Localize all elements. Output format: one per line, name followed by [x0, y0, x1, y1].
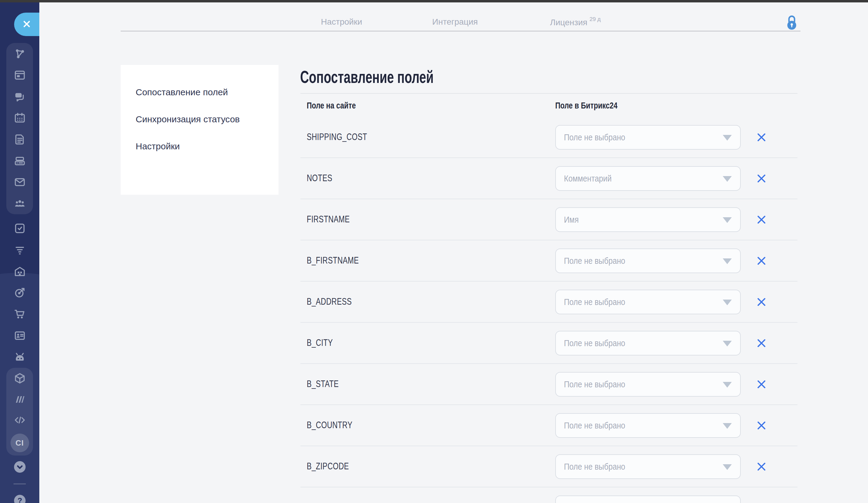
table-row: B_STATE Поле не выбрано: [300, 364, 797, 405]
help-icon[interactable]: ?: [13, 494, 27, 503]
cart-icon[interactable]: [13, 307, 27, 321]
calendar-icon[interactable]: [13, 111, 27, 125]
dropdown-caret-icon: [723, 135, 732, 141]
dropdown-caret-icon: [723, 176, 732, 182]
sidebar-icon-group-bottom: CI: [6, 368, 33, 455]
filter-icon[interactable]: [13, 242, 27, 257]
svg-text:?: ?: [18, 496, 22, 503]
contact-card-icon[interactable]: [13, 329, 27, 343]
b24-field-select[interactable]: Поле не выбрано: [555, 290, 741, 314]
table-row: NOTES Комментарий: [300, 158, 797, 199]
b24-field-select[interactable]: Поле не выбрано: [555, 125, 741, 150]
kanban-icon[interactable]: [13, 68, 27, 82]
cube-icon[interactable]: [13, 371, 27, 385]
side-menu-card: Сопоставление полейСинхронизация статусо…: [121, 65, 279, 195]
b24-field-value: Комментарий: [564, 167, 612, 190]
remove-mapping-button[interactable]: [755, 296, 767, 308]
tab-label: Интеграция: [432, 17, 478, 27]
side-menu-item-2[interactable]: Синхронизация статусов: [136, 112, 247, 127]
remove-mapping-button[interactable]: [755, 461, 767, 473]
dropdown-caret-icon: [723, 217, 732, 223]
remove-mapping-button[interactable]: [755, 173, 767, 185]
m-logo-icon[interactable]: [13, 392, 27, 406]
tab-license[interactable]: Лицензия29 д: [550, 17, 601, 27]
document-icon[interactable]: [13, 132, 27, 147]
chevron-down-icon[interactable]: [13, 460, 27, 474]
site-field-label: B_STATE: [307, 379, 339, 390]
page-title: Сопоставление полей: [300, 67, 434, 87]
b24-field-value: Поле не выбрано: [564, 249, 625, 273]
b24-field-value: Имя: [564, 208, 579, 231]
app-window: CI ? НастройкиИнтеграцияЛицензия29 д Соп…: [0, 0, 868, 503]
dropdown-caret-icon: [723, 259, 732, 264]
side-menu-item-3[interactable]: Настройки: [136, 139, 247, 154]
remove-mapping-button[interactable]: [755, 255, 767, 267]
tab-label: Лицензия: [550, 18, 587, 27]
b24-field-value: Поле не выбрано: [564, 290, 625, 314]
robot-icon[interactable]: [13, 350, 27, 364]
top-system-bar: [0, 0, 868, 2]
b24-field-select[interactable]: Поле не выбрано: [555, 495, 741, 503]
lock-icon[interactable]: [784, 14, 799, 31]
avatar[interactable]: CI: [10, 434, 29, 452]
tab-integration[interactable]: Интеграция: [432, 17, 478, 27]
chat-icon[interactable]: [13, 89, 27, 104]
site-field-label: B_COUNTRY: [307, 420, 352, 431]
b24-field-value: Поле не выбрано: [564, 496, 625, 503]
b24-field-value: Поле не выбрано: [564, 125, 625, 149]
b24-field-select[interactable]: Поле не выбрано: [555, 331, 741, 355]
sidebar-close-button[interactable]: [14, 13, 39, 36]
code-icon[interactable]: [13, 413, 27, 427]
sidebar: CI ?: [0, 2, 39, 503]
tab-settings[interactable]: Настройки: [321, 17, 362, 27]
dropdown-caret-icon: [723, 341, 732, 346]
target-icon[interactable]: [13, 285, 27, 300]
remove-mapping-button[interactable]: [755, 338, 767, 350]
dropdown-caret-icon: [723, 464, 732, 470]
drive-icon[interactable]: [13, 153, 27, 168]
site-field-label: FIRSTNAME: [307, 214, 350, 225]
b24-field-select[interactable]: Поле не выбрано: [555, 372, 741, 396]
mapping-table: SHIPPING_COST Поле не выбрано NOTES Комм…: [300, 117, 797, 503]
b24-field-value: Поле не выбрано: [564, 455, 625, 479]
table-row: B_ZIPCODE Поле не выбрано: [300, 446, 797, 487]
remove-mapping-button[interactable]: [755, 379, 767, 391]
close-icon: [21, 18, 33, 31]
mail-icon[interactable]: [13, 175, 27, 189]
site-field-label: B_ADDRESS: [307, 296, 352, 307]
side-menu-item-1[interactable]: Сопоставление полей: [136, 85, 247, 100]
license-days-badge: 29 д: [589, 16, 601, 22]
b24-field-value: Поле не выбрано: [564, 414, 625, 437]
b24-field-select[interactable]: Поле не выбрано: [555, 454, 741, 479]
site-field-label: B_ZIPCODE: [307, 461, 349, 472]
warehouse-icon[interactable]: [13, 264, 27, 279]
b24-field-value: Поле не выбрано: [564, 373, 625, 396]
people-icon[interactable]: [13, 196, 27, 211]
table-row: B_COUNTRY Поле не выбрано: [300, 405, 797, 446]
b24-field-select[interactable]: Комментарий: [555, 166, 741, 191]
column-header-site-field: Поле на сайте: [307, 100, 370, 111]
network-icon[interactable]: [13, 47, 27, 61]
table-row: B_FIRSTNAME Поле не выбрано: [300, 240, 797, 282]
b24-field-select[interactable]: Поле не выбрано: [555, 413, 741, 438]
site-field-label: B_CITY: [307, 338, 333, 348]
tasks-icon[interactable]: [13, 221, 27, 235]
column-header-b24-field: Поле в Битрикс24: [555, 100, 635, 111]
remove-mapping-button[interactable]: [755, 132, 767, 144]
remove-mapping-button[interactable]: [755, 420, 767, 432]
table-row: SHIPPING_COST Поле не выбрано: [300, 117, 797, 158]
dropdown-caret-icon: [723, 382, 732, 388]
b24-field-select[interactable]: Поле не выбрано: [555, 249, 741, 273]
table-header-top-divider: [300, 93, 797, 94]
site-field-label: NOTES: [307, 173, 332, 184]
remove-mapping-button[interactable]: [755, 214, 767, 226]
dropdown-caret-icon: [723, 300, 732, 305]
site-field-label: B_FIRSTNAME: [307, 255, 359, 266]
table-row: B_ADDRESS Поле не выбрано: [300, 282, 797, 323]
b24-field-select[interactable]: Имя: [555, 207, 741, 232]
tab-label: Настройки: [321, 17, 362, 27]
site-field-label: SHIPPING_COST: [307, 132, 367, 142]
table-row: B_PHONE Поле не выбрано: [300, 487, 797, 503]
sidebar-icon-group-top: [6, 43, 33, 214]
sidebar-divider: [13, 483, 26, 484]
